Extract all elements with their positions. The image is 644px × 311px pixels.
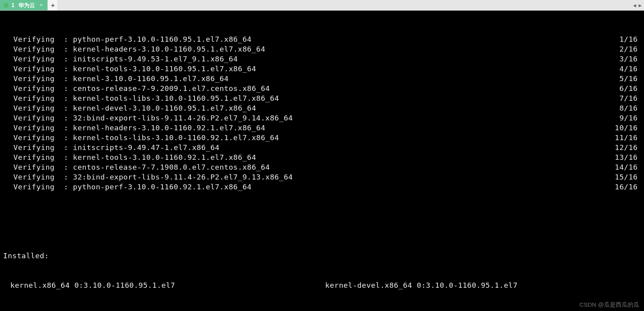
tab-nav: ◀ ▶ — [631, 0, 644, 10]
tab-prev-icon[interactable]: ◀ — [633, 2, 636, 8]
verify-line: Verifying : kernel-headers-3.10.0-1160.9… — [3, 123, 641, 133]
verify-line: Verifying : python-perf-3.10.0-1160.92.1… — [3, 182, 641, 192]
new-tab-button[interactable]: + — [48, 0, 58, 10]
tab-label: 华为云 — [19, 0, 35, 10]
verify-line: Verifying : centos-release-7-9.2009.1.el… — [3, 83, 641, 93]
installed-header: Installed: — [3, 251, 641, 261]
tab-index: 1 — [11, 0, 15, 10]
verify-line: Verifying : initscripts-9.49.47-1.el7.x8… — [3, 143, 641, 152]
verify-line: Verifying : python-perf-3.10.0-1160.95.1… — [3, 34, 641, 44]
verify-line: Verifying : kernel-tools-libs-3.10.0-116… — [3, 133, 641, 143]
verify-line: Verifying : kernel-3.10.0-1160.95.1.el7.… — [3, 74, 641, 83]
verify-line: Verifying : kernel-devel-3.10.0-1160.95.… — [3, 103, 641, 113]
verify-line: Verifying : centos-release-7-7.1908.0.el… — [3, 162, 641, 172]
verify-line: Verifying : kernel-tools-libs-3.10.0-116… — [3, 93, 641, 103]
tab-1[interactable]: 1 华为云 × — [0, 0, 48, 10]
verify-line: Verifying : 32:bind-export-libs-9.11.4-2… — [3, 113, 641, 123]
connection-status-icon — [4, 3, 8, 7]
installed-row: kernel.x86_64 0:3.10.0-1160.95.1.el7kern… — [3, 280, 641, 290]
tab-bar: 1 华为云 × + ◀ ▶ — [0, 0, 644, 11]
verify-line: Verifying : initscripts-9.49.53-1.el7_9.… — [3, 54, 641, 64]
verify-line: Verifying : kernel-tools-3.10.0-1160.95.… — [3, 64, 641, 74]
terminal-output[interactable]: Verifying : python-perf-3.10.0-1160.95.1… — [0, 11, 644, 311]
verify-line: Verifying : kernel-tools-3.10.0-1160.92.… — [3, 152, 641, 162]
verify-line: Verifying : kernel-headers-3.10.0-1160.9… — [3, 44, 641, 54]
tab-next-icon[interactable]: ▶ — [638, 2, 642, 8]
verify-line: Verifying : 32:bind-export-libs-9.11.4-2… — [3, 172, 641, 182]
close-tab-icon[interactable]: × — [40, 0, 43, 10]
